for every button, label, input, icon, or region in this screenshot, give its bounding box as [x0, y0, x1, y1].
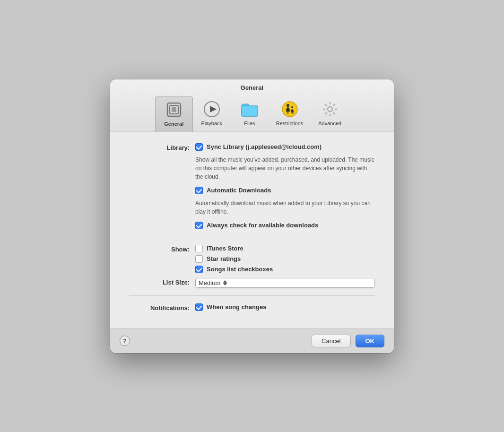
star-ratings-label: Star ratings	[207, 255, 241, 262]
toolbar: General Playback	[110, 96, 394, 131]
itunes-store-label: iTunes Store	[207, 245, 243, 252]
itunes-store-checkbox[interactable]	[195, 245, 203, 252]
svg-marker-4	[210, 106, 217, 112]
general-icon	[165, 100, 183, 119]
content-area: Library: Sync Library (j.appleseed@iclou…	[110, 132, 394, 328]
arrow-down-icon	[223, 283, 227, 285]
songs-checkboxes-label: Songs list checkboxes	[207, 266, 273, 273]
library-content: Sync Library (j.appleseed@icloud.com) Sh…	[195, 143, 375, 229]
tab-advanced-label: Advanced	[318, 121, 341, 126]
library-section: Library: Sync Library (j.appleseed@iclou…	[129, 143, 375, 229]
tab-playback[interactable]: Playback	[193, 96, 231, 131]
tab-files[interactable]: Files	[231, 96, 269, 131]
notifications-row: Notifications: When song changes	[129, 303, 375, 311]
svg-point-5	[282, 102, 297, 117]
svg-point-6	[287, 104, 289, 107]
library-row: Library: Sync Library (j.appleseed@iclou…	[129, 143, 375, 229]
auto-download-label: Automatic Downloads	[207, 187, 271, 194]
playback-icon	[202, 100, 221, 119]
auto-download-checkbox[interactable]	[195, 187, 203, 194]
tab-restrictions[interactable]: Restrictions	[269, 96, 311, 131]
songs-checkboxes-row: Songs list checkboxes	[195, 266, 375, 273]
tab-files-label: Files	[244, 121, 255, 126]
divider-2	[129, 295, 375, 296]
list-size-row: List Size: Medium	[129, 278, 375, 288]
help-button[interactable]: ?	[120, 336, 130, 346]
auto-download-row: Automatic Downloads	[195, 187, 375, 194]
list-size-label: List Size:	[129, 278, 195, 286]
always-check-row: Always check for available downloads	[195, 222, 375, 229]
star-ratings-row: Star ratings	[195, 255, 375, 263]
library-label: Library:	[129, 143, 195, 151]
show-section: Show: iTunes Store Star ratings Songs li…	[129, 245, 375, 288]
show-row: Show: iTunes Store Star ratings Songs li…	[129, 245, 375, 273]
select-arrows-icon	[223, 280, 227, 285]
tab-general-label: General	[164, 121, 183, 127]
list-size-content: Medium	[195, 278, 375, 288]
notifications-content: When song changes	[195, 303, 375, 311]
arrow-up-icon	[223, 280, 227, 283]
always-check-label: Always check for available downloads	[207, 222, 318, 229]
button-group: Cancel OK	[312, 335, 384, 347]
when-song-checkbox[interactable]	[195, 303, 203, 311]
divider-1	[129, 237, 375, 237]
always-check-checkbox[interactable]	[195, 222, 203, 229]
sync-library-label: Sync Library (j.appleseed@icloud.com)	[207, 143, 322, 150]
svg-rect-2	[172, 107, 176, 112]
show-label: Show:	[129, 245, 195, 253]
files-icon	[240, 100, 259, 119]
songs-checkboxes-checkbox[interactable]	[195, 266, 203, 273]
tab-advanced[interactable]: Advanced	[311, 96, 349, 131]
when-song-label: When song changes	[207, 303, 266, 311]
list-size-select[interactable]: Medium	[195, 278, 375, 288]
svg-point-7	[291, 106, 293, 108]
when-song-row: When song changes	[195, 303, 375, 311]
restrictions-icon	[280, 100, 299, 119]
notifications-label: Notifications:	[129, 303, 195, 311]
tab-playback-label: Playback	[201, 121, 222, 126]
notifications-section: Notifications: When song changes	[129, 303, 375, 311]
svg-point-8	[328, 107, 332, 112]
list-size-value: Medium	[199, 279, 220, 286]
window-title: General	[110, 84, 394, 91]
titlebar: General General	[110, 79, 394, 132]
preferences-window: General General	[110, 79, 394, 353]
star-ratings-checkbox[interactable]	[195, 255, 203, 263]
show-content: iTunes Store Star ratings Songs list che…	[195, 245, 375, 273]
sync-library-checkbox[interactable]	[195, 143, 203, 151]
sync-library-row: Sync Library (j.appleseed@icloud.com)	[195, 143, 375, 151]
itunes-store-row: iTunes Store	[195, 245, 375, 252]
tab-general[interactable]: General	[155, 96, 193, 132]
ok-button[interactable]: OK	[356, 335, 385, 347]
advanced-icon	[321, 100, 339, 119]
sync-library-description: Show all the music you’ve added, purchas…	[195, 156, 375, 181]
bottom-bar: ? Cancel OK	[110, 328, 394, 353]
cancel-button[interactable]: Cancel	[312, 335, 350, 347]
auto-download-description: Automatically download music when added …	[195, 199, 375, 216]
tab-restrictions-label: Restrictions	[276, 121, 303, 126]
